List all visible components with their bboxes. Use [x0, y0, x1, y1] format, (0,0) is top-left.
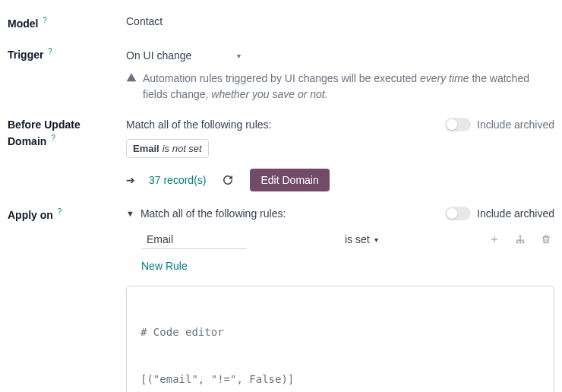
- include-archived-label: Include archived: [477, 207, 554, 220]
- delete-rule-button[interactable]: [538, 231, 554, 248]
- rule-operator-select[interactable]: is set ▾: [345, 233, 378, 245]
- before-domain-label-text: Before Update Domain: [8, 119, 81, 147]
- svg-rect-3: [523, 242, 524, 243]
- row-trigger: Trigger ? On UI change ▾ Automation rule…: [8, 46, 554, 103]
- rule-field-value: Email: [147, 233, 173, 245]
- apply-on-label-text: Apply on: [8, 209, 53, 221]
- code-line: [("email", "!=", False)]: [140, 373, 540, 385]
- warning-icon: [126, 72, 137, 103]
- add-rule-button[interactable]: [486, 231, 503, 248]
- help-icon[interactable]: ?: [43, 16, 47, 24]
- help-icon[interactable]: ?: [58, 207, 62, 216]
- code-comment: # Code editor: [140, 326, 540, 338]
- edit-domain-button[interactable]: Edit Domain: [250, 169, 329, 191]
- model-label-text: Model: [8, 17, 38, 30]
- svg-rect-0: [519, 236, 521, 237]
- apply-on-label: Apply on ?: [8, 207, 114, 223]
- model-label: Model ?: [8, 15, 114, 31]
- help-icon[interactable]: ?: [51, 134, 55, 142]
- model-value-wrap: Contact: [126, 15, 554, 27]
- help-icon[interactable]: ?: [48, 47, 52, 55]
- trigger-warning: Automation rules triggered by UI changes…: [126, 71, 554, 103]
- add-branch-button[interactable]: [512, 231, 529, 248]
- row-apply-on: Apply on ? ▼ Match all of the following …: [8, 207, 554, 392]
- include-archived-toggle[interactable]: [445, 207, 471, 220]
- before-domain-label: Before Update Domain ?: [8, 118, 114, 149]
- include-archived-label: Include archived: [477, 119, 554, 131]
- rule-field-select[interactable]: Email: [141, 229, 248, 249]
- before-rule-field: Email: [133, 143, 159, 154]
- trigger-select[interactable]: On UI change ▾: [126, 46, 241, 65]
- caret-down-icon: ▾: [374, 236, 378, 244]
- refresh-button[interactable]: [219, 172, 236, 188]
- rule-operator-value: is set: [345, 233, 370, 245]
- caret-down-icon: ▾: [237, 52, 241, 60]
- arrow-right-icon: ➔: [126, 174, 135, 186]
- trigger-label: Trigger ?: [8, 46, 114, 62]
- svg-rect-2: [519, 242, 521, 243]
- model-value: Contact: [126, 15, 163, 27]
- before-rule-op: is not set: [163, 143, 202, 154]
- apply-match-text: Match all of the following rules:: [140, 207, 286, 220]
- new-rule-link[interactable]: New Rule: [141, 260, 188, 272]
- row-before-domain: Before Update Domain ? Match all of the …: [8, 118, 554, 191]
- before-match-text: Match all of the following rules:: [126, 119, 271, 131]
- before-rule-chip: Email is not set: [126, 139, 209, 158]
- trigger-warning-text: Automation rules triggered by UI changes…: [143, 71, 554, 103]
- code-editor[interactable]: # Code editor [("email", "!=", False)]: [126, 286, 554, 392]
- row-model: Model ? Contact: [8, 15, 554, 31]
- svg-rect-1: [516, 242, 518, 243]
- before-records-link[interactable]: 37 record(s): [149, 174, 206, 186]
- caret-down-icon[interactable]: ▼: [126, 209, 134, 218]
- include-archived-toggle[interactable]: [445, 118, 471, 131]
- trigger-label-text: Trigger: [8, 49, 43, 61]
- trigger-value: On UI change: [126, 49, 191, 62]
